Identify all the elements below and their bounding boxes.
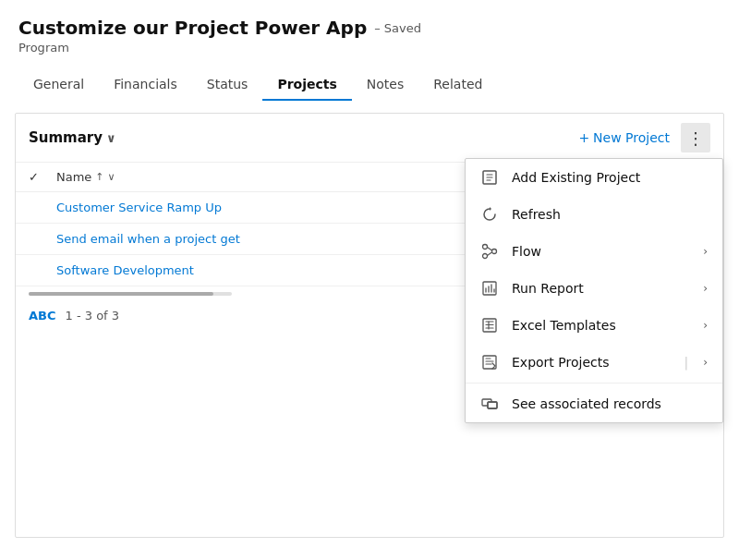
export-projects-arrow-icon: › (703, 356, 708, 369)
record-count: 1 - 3 of 3 (66, 309, 120, 323)
page-title: Customize our Project Power App – Saved (18, 17, 721, 39)
svg-rect-4 (483, 282, 496, 295)
tab-related[interactable]: Related (418, 67, 497, 101)
dropdown-item-refresh[interactable]: Refresh (466, 196, 722, 233)
scrollbar-track[interactable] (29, 292, 232, 296)
tab-notes[interactable]: Notes (352, 67, 418, 101)
see-associated-icon (480, 395, 499, 413)
page-subtitle: Program (18, 41, 721, 55)
excel-templates-icon (480, 316, 499, 335)
new-project-button[interactable]: + New Project (571, 127, 677, 149)
dropdown-item-add-existing[interactable]: Add Existing Project (466, 159, 722, 196)
toolbar-right: + New Project ⋮ (571, 123, 710, 152)
svg-rect-8 (488, 402, 497, 408)
tab-general[interactable]: General (18, 67, 99, 101)
svg-point-1 (483, 245, 488, 250)
svg-point-3 (483, 254, 488, 259)
dropdown-item-export-projects[interactable]: Export Projects | › (466, 344, 722, 381)
refresh-label: Refresh (512, 207, 708, 222)
dropdown-item-see-associated[interactable]: See associated records (466, 385, 722, 422)
see-associated-label: See associated records (512, 396, 708, 411)
more-options-button[interactable]: ⋮ (681, 123, 710, 152)
svg-point-2 (492, 250, 497, 254)
run-report-label: Run Report (512, 281, 690, 296)
sort-ascending-icon[interactable]: ↑ (95, 171, 103, 183)
dropdown-divider (466, 383, 722, 383)
title-text: Customize our Project Power App (18, 17, 367, 39)
tab-financials[interactable]: Financials (99, 67, 192, 101)
chevron-down-icon: ∨ (106, 131, 116, 145)
summary-label: Summary (29, 129, 103, 146)
abc-label: ABC (29, 309, 56, 323)
dropdown-menu: Add Existing Project Refresh Flow (465, 158, 723, 423)
check-icon: ✓ (29, 170, 39, 184)
plus-icon: + (578, 130, 589, 145)
dropdown-item-excel-templates[interactable]: Excel Templates › (466, 307, 722, 344)
refresh-icon (480, 205, 499, 224)
run-report-arrow-icon: › (703, 282, 708, 295)
nav-tabs: General Financials Status Projects Notes… (0, 67, 739, 102)
add-existing-label: Add Existing Project (512, 170, 708, 185)
content-toolbar: Summary ∨ + New Project ⋮ (16, 114, 723, 163)
export-projects-icon (480, 353, 499, 371)
export-projects-label: Export Projects (512, 355, 671, 370)
dropdown-item-flow[interactable]: Flow › (466, 233, 722, 270)
sort-filter-icon[interactable]: ∨ (108, 171, 115, 183)
new-project-label: New Project (593, 130, 670, 145)
dropdown-item-run-report[interactable]: Run Report › (466, 270, 722, 307)
name-label: Name (56, 170, 91, 184)
flow-arrow-icon: › (703, 245, 708, 258)
more-icon: ⋮ (687, 128, 704, 148)
tab-status[interactable]: Status (192, 67, 263, 101)
content-area: Summary ∨ + New Project ⋮ ✓ Name ↑ ∨ Pro… (15, 113, 724, 538)
tab-projects[interactable]: Projects (262, 67, 351, 101)
excel-templates-arrow-icon: › (703, 319, 708, 332)
page-header: Customize our Project Power App – Saved … (0, 0, 739, 60)
add-existing-icon (480, 168, 499, 187)
export-divider: | (684, 355, 688, 370)
summary-button[interactable]: Summary ∨ (29, 129, 116, 146)
scrollbar-thumb[interactable] (29, 292, 213, 296)
flow-label: Flow (512, 244, 690, 259)
run-report-icon (480, 279, 499, 298)
excel-templates-label: Excel Templates (512, 318, 690, 333)
saved-badge: – Saved (374, 21, 421, 35)
check-column-header: ✓ (29, 170, 56, 184)
flow-icon (480, 242, 499, 261)
